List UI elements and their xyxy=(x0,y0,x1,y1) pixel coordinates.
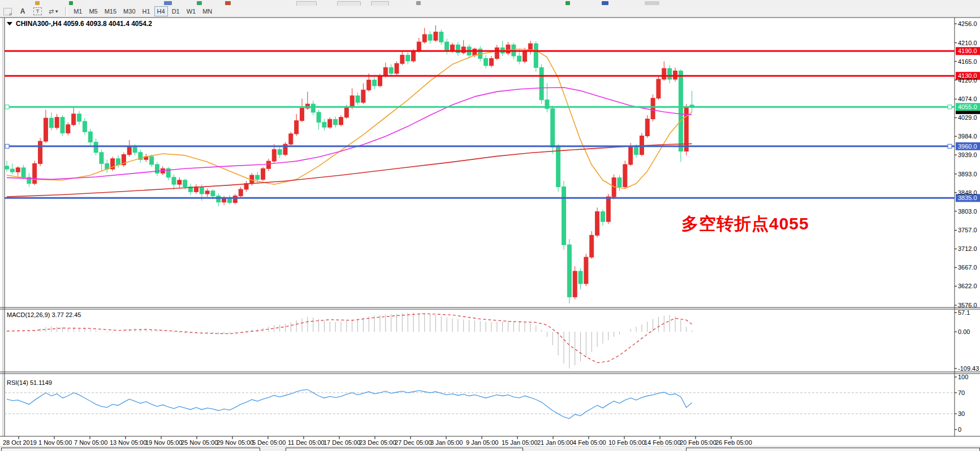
timeframe-button-w1[interactable]: W1 xyxy=(184,6,199,16)
time-tick-label: 5 Dec 05:00 xyxy=(252,439,286,446)
timeframe-button-d1[interactable]: D1 xyxy=(169,6,183,16)
main-chart-canvas[interactable]: 4190.04130.04055.03960.03835.04256.04210… xyxy=(0,17,980,446)
text-box-icon: T xyxy=(33,7,42,15)
timeframe-button-h4[interactable]: H4 xyxy=(154,6,168,16)
time-tick-label: 19 Nov 05:00 xyxy=(145,439,182,446)
line-handle[interactable] xyxy=(948,105,952,109)
time-tick-label: 20 Feb 05:00 xyxy=(680,439,716,446)
price-tick-label: 4120.0 xyxy=(958,77,977,84)
timeframe-button-group: M1M5M15M30H1H4D1W1MN xyxy=(70,6,215,16)
price-tick-label: 3576.0 xyxy=(958,302,977,309)
line-handle[interactable] xyxy=(5,105,9,109)
text-tool-button[interactable]: T xyxy=(31,6,45,16)
timeframe-button-h1[interactable]: H1 xyxy=(140,6,153,16)
rsi-tick-label: 70 xyxy=(958,389,965,396)
price-line-label-text: 4190.0 xyxy=(958,47,977,54)
macd-tick-label: -109.43 xyxy=(958,365,979,372)
price-tick-label: 3667.0 xyxy=(958,264,977,271)
time-tick-label: 1 Nov 05:00 xyxy=(38,439,72,446)
timeframe-button-mn[interactable]: MN xyxy=(200,6,215,16)
time-tick-label: 27 Dec 05:00 xyxy=(395,439,431,446)
timeframe-button-m1[interactable]: M1 xyxy=(71,6,85,16)
chart-background xyxy=(0,17,980,446)
chart-tab[interactable] xyxy=(686,448,980,451)
price-tick-label: 3893.0 xyxy=(958,171,977,177)
chart-tabs-strip xyxy=(0,446,980,451)
time-tick-label: 28 Oct 2019 xyxy=(3,439,37,446)
toolbar-fragment xyxy=(602,1,608,5)
macd-indicator-label: MACD(12,26,9) 3.77 22.45 xyxy=(7,311,81,318)
rsi-tick-label: 30 xyxy=(958,410,965,417)
rsi-tick-label: 0 xyxy=(958,426,961,433)
chart-symbol-title: CHINA300-,H4 4059.6 4093.8 4041.4 4054.2 xyxy=(16,20,152,28)
snap-grid-button[interactable] xyxy=(1,6,15,16)
price-tick-label: 3712.0 xyxy=(958,245,977,252)
price-tick-label: 4029.0 xyxy=(958,114,977,121)
line-handle[interactable] xyxy=(948,144,952,148)
toolbar-fragment xyxy=(69,1,73,5)
timeframe-button-m15[interactable]: M15 xyxy=(102,6,119,16)
chart-tab[interactable] xyxy=(1,448,260,451)
time-tick-label: 15 Jan 05:00 xyxy=(502,439,538,446)
time-tick-label: 3 Jan 05:00 xyxy=(430,439,463,446)
line-handle[interactable] xyxy=(5,144,9,148)
price-tick-label: 4210.0 xyxy=(958,40,977,46)
arrows-icon: ⇄ xyxy=(49,8,53,15)
chart-annotation-text: 多空转折点4055 xyxy=(681,213,809,236)
chevron-down-icon: ▼ xyxy=(54,9,59,14)
toolbar-fragment xyxy=(225,1,231,5)
chart-window: 4190.04130.04055.03960.03835.04256.04210… xyxy=(0,17,980,446)
chart-toolbar: A T ⇄ ▼ M1M5M15M30H1H4D1W1MN xyxy=(0,6,980,17)
time-tick-label: 11 Dec 05:00 xyxy=(288,439,325,446)
label-tool-button[interactable]: A xyxy=(16,6,29,16)
time-tick-label: 10 Feb 05:00 xyxy=(608,439,645,446)
time-tick-label: 9 Jan 05:00 xyxy=(466,439,499,446)
time-tick-label: 29 Nov 05:00 xyxy=(217,439,253,446)
price-tick-label: 3757.0 xyxy=(958,227,977,233)
price-tick-label: 4256.0 xyxy=(958,20,977,27)
price-tick-label: 3848.0 xyxy=(958,189,977,196)
price-tick-label: 4074.0 xyxy=(958,96,977,102)
time-tick-label: 25 Nov 05:00 xyxy=(181,439,218,446)
price-line-label-text: 4055.0 xyxy=(958,103,977,110)
font-a-icon: A xyxy=(20,7,25,15)
rsi-indicator-label: RSI(14) 51.1149 xyxy=(7,379,52,386)
price-tick-label: 3803.0 xyxy=(958,208,977,215)
time-tick-label: 4 Feb 05:00 xyxy=(573,439,606,446)
time-tick-label: 26 Feb 05:00 xyxy=(715,439,752,446)
arrow-objects-button[interactable]: ⇄ ▼ xyxy=(46,6,62,16)
price-tick-label: 3984.0 xyxy=(958,133,977,140)
price-tick-label: 4165.0 xyxy=(958,58,977,65)
time-tick-label: 21 Jan 05:00 xyxy=(537,439,573,446)
price-line-label-text: 3960.0 xyxy=(958,143,977,150)
time-tick-label: 7 Nov 05:00 xyxy=(74,439,107,446)
grid-icon xyxy=(3,8,12,15)
toolbar-fragment xyxy=(565,1,570,5)
toolbar-fragment xyxy=(416,1,421,5)
time-tick-label: 13 Nov 05:00 xyxy=(110,439,146,446)
time-tick-label: 23 Dec 05:00 xyxy=(359,439,396,446)
timeframe-button-m5[interactable]: M5 xyxy=(86,6,100,16)
toolbar-fragment xyxy=(35,1,40,5)
timeframe-button-m30[interactable]: M30 xyxy=(120,6,138,16)
macd-tick-label: 0.00 xyxy=(958,328,970,335)
toolbar-separator xyxy=(65,7,67,16)
time-tick-label: 14 Feb 05:00 xyxy=(644,439,681,446)
price-tick-label: 3939.0 xyxy=(958,151,977,158)
chart-tab[interactable] xyxy=(286,448,523,451)
price-tick-label: 3622.0 xyxy=(958,283,977,289)
toolbar-fragment xyxy=(164,1,172,5)
macd-tick-label: 57.1 xyxy=(958,309,970,316)
rsi-tick-label: 100 xyxy=(958,374,968,380)
toolbar-fragment xyxy=(645,1,659,5)
toolbar-fragment xyxy=(197,1,202,5)
time-tick-label: 17 Dec 05:00 xyxy=(323,439,360,446)
